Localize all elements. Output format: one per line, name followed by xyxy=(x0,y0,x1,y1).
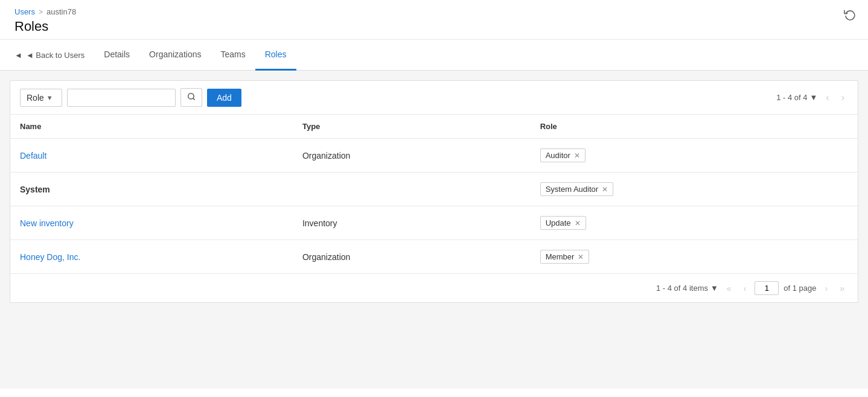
next-page-icon: › xyxy=(825,284,828,293)
role-tag-remove-1[interactable]: ✕ xyxy=(602,186,608,193)
role-tag-label-3: Member xyxy=(546,252,575,261)
add-button[interactable]: Add xyxy=(207,89,241,107)
role-filter-dropdown[interactable]: Role ▼ xyxy=(20,89,62,107)
roles-table-container: Role ▼ Add 1 - 4 xyxy=(10,80,858,303)
svg-line-1 xyxy=(193,98,195,100)
search-icon xyxy=(187,92,196,103)
footer-count-icon: ▼ xyxy=(710,284,718,293)
role-tag-remove-3[interactable]: ✕ xyxy=(578,253,584,261)
tab-teams-label: Teams xyxy=(220,49,245,59)
cell-name-1: System xyxy=(10,173,293,206)
role-tag-3: Member✕ xyxy=(540,250,590,264)
cell-role-2: Update✕ xyxy=(531,206,858,240)
role-filter-label: Role xyxy=(27,93,44,103)
table-row: New inventoryInventoryUpdate✕ xyxy=(10,206,858,240)
cell-type-1 xyxy=(293,173,531,206)
first-page-icon: « xyxy=(727,284,732,293)
prev-page-icon: ‹ xyxy=(744,284,747,293)
tabs-bar: ◄ ◄ Back to Users Details Organizations … xyxy=(0,40,868,71)
table-row: SystemSystem Auditor✕ xyxy=(10,173,858,206)
footer-count-dropdown[interactable]: 1 - 4 of 4 items ▼ xyxy=(656,284,718,293)
cell-role-3: Member✕ xyxy=(531,240,858,274)
back-to-users-label: ◄ Back to Users xyxy=(26,51,85,60)
breadcrumb-current: austin78 xyxy=(46,7,76,16)
cell-name-2: New inventory xyxy=(10,206,293,240)
breadcrumb-separator: > xyxy=(39,8,43,16)
role-tag-label-1: System Auditor xyxy=(546,185,598,194)
search-button[interactable] xyxy=(180,88,202,107)
add-button-label: Add xyxy=(217,93,232,103)
tab-teams[interactable]: Teams xyxy=(211,40,255,71)
row-name-text-1: System xyxy=(20,185,50,194)
cell-type-3: Organization xyxy=(293,240,531,274)
role-tag-remove-0[interactable]: ✕ xyxy=(574,152,580,159)
tab-details-label: Details xyxy=(104,49,130,59)
table-row: Honey Dog, Inc.OrganizationMember✕ xyxy=(10,240,858,274)
column-header-role: Role xyxy=(531,115,858,139)
page-number-input[interactable] xyxy=(755,281,779,295)
back-arrow-icon: ◄ xyxy=(14,51,22,60)
pagination-dropdown-icon: ▼ xyxy=(809,93,817,102)
cell-role-0: Auditor✕ xyxy=(531,139,858,173)
role-tag-1: System Auditor✕ xyxy=(540,182,613,196)
of-page-label: of 1 page xyxy=(783,284,816,293)
footer-pagination: 1 - 4 of 4 items ▼ « ‹ of 1 page › » xyxy=(10,273,858,302)
role-tag-label-2: Update xyxy=(546,218,571,227)
tab-details[interactable]: Details xyxy=(94,40,139,71)
footer-last-page-button[interactable]: » xyxy=(836,282,848,294)
footer-first-page-button[interactable]: « xyxy=(723,282,735,294)
footer-count-label: 1 - 4 of 4 items xyxy=(656,284,708,293)
table-row: DefaultOrganizationAuditor✕ xyxy=(10,139,858,173)
row-name-link-3[interactable]: Honey Dog, Inc. xyxy=(20,252,80,262)
row-name-link-0[interactable]: Default xyxy=(20,151,46,160)
dropdown-arrow-icon: ▼ xyxy=(46,94,53,101)
cell-type-0: Organization xyxy=(293,139,531,173)
column-header-type: Type xyxy=(293,115,531,139)
tab-organizations-label: Organizations xyxy=(149,49,201,59)
footer-next-button[interactable]: › xyxy=(822,282,832,294)
cell-type-2: Inventory xyxy=(293,206,531,240)
toolbar-pagination: 1 - 4 of 4 ▼ ‹ › xyxy=(776,91,848,104)
toolbar-prev-button[interactable]: ‹ xyxy=(822,91,832,104)
tab-roles[interactable]: Roles xyxy=(255,40,296,71)
breadcrumb: Users > austin78 xyxy=(14,7,854,16)
roles-table: Name Type Role DefaultOrganizationAudito… xyxy=(10,115,858,273)
last-page-icon: » xyxy=(840,284,844,293)
column-header-name: Name xyxy=(10,115,293,139)
cell-name-3: Honey Dog, Inc. xyxy=(10,240,293,274)
search-input[interactable] xyxy=(67,89,176,107)
tab-organizations[interactable]: Organizations xyxy=(139,40,211,71)
toolbar: Role ▼ Add 1 - 4 xyxy=(10,81,858,115)
history-icon xyxy=(844,11,856,23)
tab-roles-label: Roles xyxy=(265,49,287,59)
role-tag-label-0: Auditor xyxy=(546,151,570,160)
tab-back-to-users[interactable]: ◄ ◄ Back to Users xyxy=(14,41,85,69)
breadcrumb-users-link[interactable]: Users xyxy=(14,7,35,16)
cell-name-0: Default xyxy=(10,139,293,173)
page-title: Roles xyxy=(14,19,854,34)
role-tag-0: Auditor✕ xyxy=(540,148,586,162)
pagination-count-dropdown[interactable]: 1 - 4 of 4 ▼ xyxy=(776,93,817,102)
cell-role-1: System Auditor✕ xyxy=(531,173,858,206)
pagination-count-label: 1 - 4 of 4 xyxy=(776,93,807,102)
row-name-link-2[interactable]: New inventory xyxy=(20,218,74,228)
role-tag-remove-2[interactable]: ✕ xyxy=(575,220,581,227)
role-tag-2: Update✕ xyxy=(540,216,586,230)
history-icon-button[interactable] xyxy=(844,8,856,24)
toolbar-next-button[interactable]: › xyxy=(838,91,848,104)
footer-prev-button[interactable]: ‹ xyxy=(740,282,750,294)
